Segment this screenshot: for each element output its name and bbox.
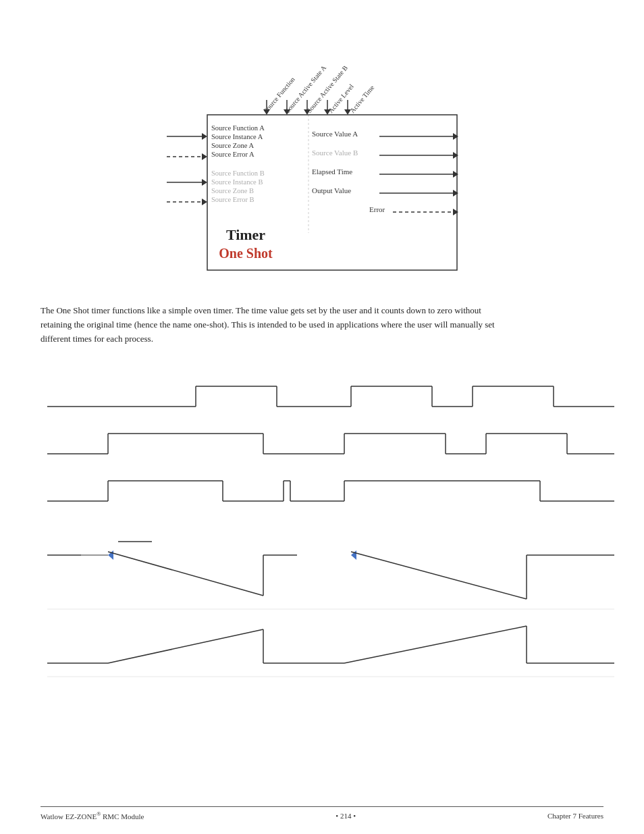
footer: Watlow EZ-ZONE® RMC Module • 214 • Chapt… [41,806,603,820]
svg-marker-23 [202,153,207,160]
description-text: The One Shot timer functions like a simp… [41,304,500,346]
svg-text:Source Zone A: Source Zone A [211,142,254,149]
svg-text:Error: Error [369,205,385,213]
svg-text:Source Function B: Source Function B [211,170,265,177]
svg-text:Output Value: Output Value [312,186,351,194]
svg-text:Source Value A: Source Value A [312,130,358,138]
block-diagram-area: Source Function Source Active State A So… [41,27,603,290]
svg-marker-25 [202,179,207,186]
svg-text:Source Function A: Source Function A [211,124,265,132]
svg-marker-44 [453,190,458,197]
svg-line-97 [351,552,527,599]
block-diagram-svg: Source Function Source Active State A So… [113,27,531,290]
svg-text:Source Zone B: Source Zone B [211,187,254,194]
svg-text:Source Active State A: Source Active State A [284,63,328,114]
svg-marker-38 [453,152,458,159]
svg-text:Source Value B: Source Value B [312,149,358,157]
svg-line-101 [108,629,263,663]
footer-left: Watlow EZ-ZONE® RMC Module [41,811,144,820]
footer-center: • 214 • [336,812,356,820]
svg-text:Source Error A: Source Error A [211,151,254,158]
svg-line-93 [108,552,263,596]
svg-marker-41 [453,171,458,178]
footer-registered: ® [97,811,101,817]
svg-text:Source Instance A: Source Instance A [211,133,263,140]
waveforms-svg [41,366,621,744]
svg-text:Timer: Timer [226,226,265,243]
svg-marker-35 [453,133,458,140]
waveforms-section [41,366,603,744]
diagram-wrapper: Source Function Source Active State A So… [113,27,531,290]
svg-marker-31 [202,199,207,205]
svg-text:Elapsed Time: Elapsed Time [312,167,352,176]
footer-right: Chapter 7 Features [547,812,603,820]
svg-marker-15 [344,109,351,115]
svg-text:One Shot: One Shot [219,246,273,261]
svg-text:Source Instance B: Source Instance B [211,178,263,186]
svg-line-104 [344,626,527,663]
svg-text:Source Error B: Source Error B [211,196,254,203]
svg-marker-17 [202,133,207,140]
svg-marker-47 [453,209,458,215]
page: Source Function Source Active State A So… [0,0,644,834]
